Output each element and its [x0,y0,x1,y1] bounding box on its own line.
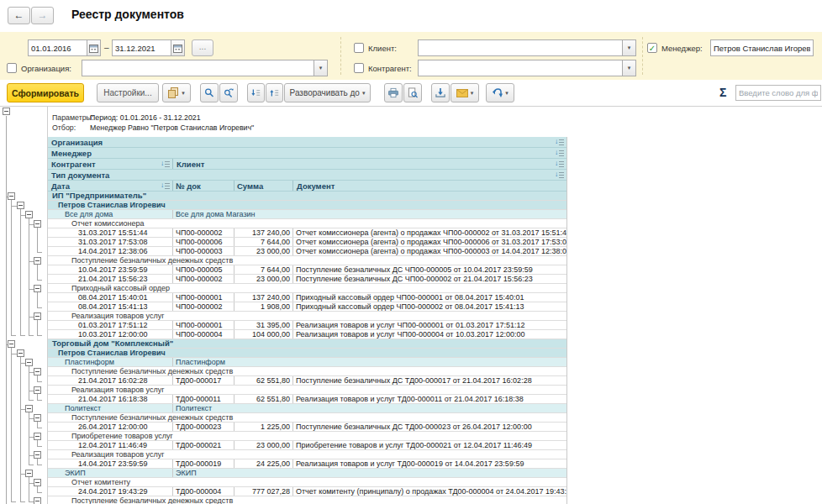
expand-groups-button[interactable] [266,83,283,102]
table-row[interactable]: 08.04.2017 15:41:13ЧП00-0000021 908,00Пр… [48,302,566,312]
print-button[interactable] [384,83,403,102]
table-row[interactable]: 12.04.2017 11:46:49ТД00-00002123 000,00П… [48,441,566,450]
counterparty-input[interactable] [419,60,622,76]
table-row[interactable]: Торговый дом "Комплексный" [48,339,566,349]
forward-button[interactable]: → [31,7,54,24]
header-organization[interactable]: Организация ↓ [48,137,566,147]
save-button[interactable] [431,83,450,102]
table-row[interactable]: Отчет комиссионера [48,219,566,228]
table-row[interactable]: 31.03.2017 17:53:08ЧП00-0000067 644,00От… [48,238,566,247]
table-row[interactable]: 24.04.2017 19:43:29ТД00-000004777 027,28… [48,487,566,496]
manager-checkbox[interactable]: ✓ [647,43,657,53]
sort-icon[interactable]: ↓ [555,150,564,156]
collapse-box[interactable] [34,257,41,265]
search-button[interactable] [200,83,219,102]
table-row[interactable]: Поступление безналичных денежных средств [48,413,566,423]
table-row[interactable]: 26.04.2017 12:00:00ТД00-0000231 225,00По… [48,423,566,432]
collapse-box[interactable] [34,497,41,504]
table-row[interactable]: Поступление безналичных денежных средств [48,256,566,265]
manager-input[interactable] [711,40,813,55]
report-variants-button[interactable]: ▾ [162,83,191,102]
send-mail-button[interactable]: ▾ [451,83,479,102]
header-client[interactable]: Клиент ↓ [172,159,566,169]
dropdown-button[interactable]: ▾ [622,60,635,76]
collapse-box[interactable] [34,220,41,228]
table-row[interactable]: Реализация товаров услуг [48,386,566,395]
table-row[interactable]: Реализация товаров услуг [48,312,566,321]
sort-icon[interactable]: ↓ [555,171,564,178]
collapse-groups-button[interactable] [247,83,265,102]
table-row[interactable]: 31.03.2017 15:51:44ЧП00-000002137 240,00… [48,228,566,238]
back-button[interactable]: ← [8,7,30,24]
settings-button[interactable]: Настройки... [97,83,159,102]
table-row[interactable]: ЭКИПЭКИП [48,469,566,478]
table-row[interactable]: Приобретение товаров услуг [48,432,566,441]
table-row[interactable]: Реализация товаров услуг [48,450,566,459]
table-row[interactable]: Все для домаВсе для дома Магазин [48,210,566,219]
period-from-input[interactable] [29,40,87,55]
header-sum[interactable]: Сумма [234,181,292,191]
table-row[interactable]: ПолитекстПолитекст [48,404,566,413]
generate-button[interactable]: Сформировать [7,83,84,102]
table-row[interactable]: 14.04.2017 23:59:59ТД00-00001924 225,00Р… [48,459,566,469]
table-row[interactable]: 10.03.2017 12:00:00ЧП00-000004104 000,00… [48,330,566,339]
collapse-box[interactable] [25,359,33,366]
collapse-box[interactable] [34,368,41,375]
table-row[interactable]: Петров Станислав Игоревич [48,349,566,358]
table-row[interactable]: 21.04.2017 16:02:28ТД00-00001762 551,80П… [48,376,566,386]
collapse-box[interactable] [34,479,41,486]
collapse-box[interactable] [17,202,24,209]
collapse-box[interactable] [17,349,24,357]
table-row[interactable]: Поступление безналичных денежных средств [48,496,566,504]
table-row[interactable]: 08.04.2017 15:40:01ЧП00-000001137 240,00… [48,293,566,302]
quick-filter-input[interactable] [735,85,821,101]
client-input[interactable] [419,40,622,55]
sort-icon[interactable]: ↓ [555,160,564,167]
dropdown-button[interactable]: ▾ [314,60,327,76]
client-checkbox[interactable] [354,43,364,53]
collapse-box[interactable] [34,433,41,440]
sort-icon[interactable]: ↓ [161,182,170,189]
header-counterparty[interactable]: Контрагент ↓ [48,159,172,169]
collapse-box[interactable] [34,414,41,422]
table-row[interactable]: 21.04.2017 16:18:38ТД00-00001162 551,80Р… [48,395,566,404]
table-row[interactable]: ПластинформПластинформ [48,358,566,367]
table-row[interactable]: Петров Станислав Игоревич [48,201,566,210]
search-next-button[interactable] [219,83,238,102]
counterparty-checkbox[interactable] [354,63,364,73]
table-row[interactable]: Поступление безналичных денежных средств [48,367,566,376]
table-row[interactable]: 21.04.2017 15:56:23ЧП00-00000223 000,00П… [48,275,566,284]
header-document[interactable]: Документ [292,181,566,191]
period-more-button[interactable]: ... [192,39,213,56]
print-preview-button[interactable] [403,83,422,102]
collapse-box[interactable] [34,312,41,320]
table-row[interactable]: Отчет комитенту [48,478,566,487]
header-doctype[interactable]: Тип документа ↓ [48,170,566,180]
collapse-box[interactable] [25,470,33,477]
organization-checkbox[interactable] [7,63,17,73]
dropdown-button[interactable]: ▾ [622,40,635,55]
table-row[interactable]: 01.03.2017 17:51:12ЧП00-00000131 395,00Р… [48,321,566,330]
collapse-box[interactable] [8,340,15,348]
collapse-box[interactable] [34,386,41,394]
collapse-box[interactable] [34,451,41,459]
table-row[interactable]: 10.04.2017 23:59:59ЧП00-0000057 644,00По… [48,265,566,275]
sort-icon[interactable]: ↓ [555,139,564,145]
collapse-box[interactable] [3,108,10,115]
collapse-box[interactable] [8,192,15,200]
header-manager[interactable]: Менеджер ↓ [48,148,566,158]
collapse-box[interactable] [25,405,33,412]
header-date[interactable]: Дата ↓ [48,181,172,191]
calendar-icon[interactable] [87,40,100,55]
period-to-input[interactable] [113,40,171,55]
decode-button[interactable]: ▾ [486,83,514,102]
table-row[interactable]: 14.04.2017 12:38:06ЧП00-00000323 000,00О… [48,247,566,256]
calendar-icon[interactable] [171,40,184,55]
header-docnum[interactable]: № док [172,181,234,191]
sort-icon[interactable]: ↓ [161,160,170,167]
collapse-box[interactable] [25,211,33,218]
expand-to-button[interactable]: Разворачивать до ▾ [284,83,371,102]
collapse-box[interactable] [34,285,41,292]
table-row[interactable]: Приходный кассовый ордер [48,284,566,293]
organization-input[interactable] [82,60,314,76]
